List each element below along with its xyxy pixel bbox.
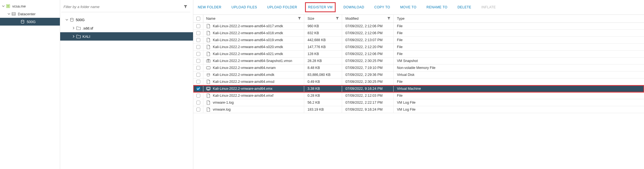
- folder-panel: 500G.sdd.sfKALI: [60, 0, 193, 169]
- file-name: Kali-Linux-2022.2-vmware-amd64-s017.vmdk: [213, 24, 283, 28]
- row-checkbox[interactable]: [196, 31, 200, 35]
- chevron-down-icon[interactable]: [7, 12, 11, 16]
- row-checkbox-cell: [193, 23, 203, 29]
- folder-item-label: 500G: [76, 18, 85, 22]
- toolbar-download-button[interactable]: DOWNLOAD: [343, 5, 364, 9]
- folder-item-label: .sdd.sf: [82, 26, 93, 30]
- nav-item-label: 500G: [27, 20, 36, 24]
- row-type-cell: File: [394, 51, 644, 57]
- row-type-cell: VM Snapshot: [394, 58, 644, 64]
- toolbar-upload-folder-button[interactable]: UPLOAD FOLDER: [267, 5, 297, 9]
- row-size-cell: 147,776 KB: [304, 44, 342, 50]
- chevron-right-icon[interactable]: [71, 26, 76, 30]
- table-row[interactable]: Kali-Linux-2022.2-vmware-amd64-s018.vmdk…: [193, 30, 644, 37]
- disk-icon: [206, 73, 211, 77]
- svg-rect-8: [206, 60, 210, 62]
- funnel-icon[interactable]: [336, 17, 340, 21]
- row-checkbox[interactable]: [196, 24, 200, 28]
- row-checkbox[interactable]: [196, 108, 200, 111]
- row-name-cell: Kali-Linux-2022.2-vmware-amd64.vmdk: [203, 71, 304, 78]
- folder-filter-input[interactable]: [64, 5, 184, 9]
- funnel-icon[interactable]: [387, 17, 391, 21]
- row-name-cell: Kali-Linux-2022.2-vmware-amd64-s018.vmdk: [203, 30, 304, 36]
- folder-item-kali[interactable]: KALI: [60, 32, 193, 41]
- row-checkbox[interactable]: [196, 87, 200, 91]
- row-checkbox[interactable]: [196, 66, 200, 70]
- table-row[interactable]: Kali-Linux-2022.2-vmware-amd64.nvram8.48…: [193, 64, 644, 71]
- funnel-icon[interactable]: [184, 5, 188, 9]
- table-row[interactable]: Kali-Linux-2022.2-vmware-amd64.vmx3.38 K…: [193, 85, 644, 92]
- nav-item-500g[interactable]: 500G: [0, 18, 60, 26]
- row-modified-cell: 07/09/2022, 2:22:17 PM: [342, 99, 394, 106]
- toolbar-rename-to-button[interactable]: RENAME TO: [426, 5, 447, 9]
- funnel-icon[interactable]: [298, 17, 302, 21]
- toolbar-move-to-button[interactable]: MOVE TO: [400, 5, 416, 9]
- row-checkbox[interactable]: [196, 101, 200, 105]
- row-checkbox-cell: [193, 64, 203, 71]
- row-checkbox[interactable]: [196, 38, 200, 42]
- row-checkbox-cell: [193, 106, 203, 113]
- toolbar-copy-to-button[interactable]: COPY TO: [374, 5, 390, 9]
- toolbar-upload-files-button[interactable]: UPLOAD FILES: [231, 5, 257, 9]
- toolbar-register-vm-button[interactable]: REGISTER VM: [305, 2, 336, 12]
- row-checkbox[interactable]: [196, 73, 200, 77]
- file-icon: [206, 24, 211, 28]
- table-row[interactable]: Kali-Linux-2022.2-vmware-amd64-s021.vmdk…: [193, 51, 644, 58]
- folder-item--sdd-sf[interactable]: .sdd.sf: [60, 24, 193, 32]
- datastore-icon: [20, 19, 25, 24]
- file-name: Kali-Linux-2022.2-vmware-amd64.vmx: [213, 87, 272, 91]
- row-modified-cell: 07/09/2022, 7:19:10 PM: [342, 64, 394, 71]
- table-row[interactable]: Kali-Linux-2022.2-vmware-amd64-s020.vmdk…: [193, 44, 644, 51]
- row-name-cell: Kali-Linux-2022.2-vmware-amd64.vmxf: [203, 92, 304, 99]
- folder-icon: [76, 34, 81, 39]
- row-checkbox-cell: [193, 71, 203, 78]
- row-modified-cell: 07/09/2022, 2:30:25 PM: [342, 58, 394, 64]
- inventory-tree[interactable]: vcsa.meDatacenter500G: [0, 0, 60, 169]
- table-row[interactable]: Kali-Linux-2022.2-vmware-amd64.vmsd0.49 …: [193, 78, 644, 85]
- toolbar-delete-button[interactable]: DELETE: [457, 5, 471, 9]
- table-row[interactable]: Kali-Linux-2022.2-vmware-amd64-s019.vmdk…: [193, 37, 644, 44]
- svg-rect-21: [208, 90, 209, 90]
- select-all-cell: [193, 15, 203, 23]
- row-checkbox[interactable]: [196, 45, 200, 49]
- table-row[interactable]: vmware-1.log56.2 KB07/09/2022, 2:22:17 P…: [193, 99, 644, 106]
- row-type-cell: VM Log File: [394, 99, 644, 106]
- svg-point-9: [208, 60, 209, 62]
- folder-item-500g[interactable]: 500G: [60, 16, 193, 24]
- chevron-down-icon[interactable]: [65, 18, 69, 22]
- row-checkbox[interactable]: [196, 52, 200, 56]
- chevron-right-icon[interactable]: [71, 34, 76, 39]
- row-checkbox[interactable]: [196, 59, 200, 63]
- row-checkbox[interactable]: [196, 94, 200, 98]
- row-size-cell: 3.38 KB: [304, 85, 342, 92]
- nav-item-datacenter[interactable]: Datacenter: [0, 10, 60, 18]
- column-header-name[interactable]: Name: [203, 15, 304, 23]
- file-name: Kali-Linux-2022.2-vmware-amd64-s018.vmdk: [213, 31, 283, 35]
- table-row[interactable]: Kali-Linux-2022.2-vmware-amd64.vmxf0.28 …: [193, 92, 644, 99]
- row-type-cell: Virtual Disk: [394, 71, 644, 78]
- table-row[interactable]: vmware.log183.19 KB07/09/2022, 9:16:24 P…: [193, 106, 644, 113]
- folder-tree[interactable]: 500G.sdd.sfKALI: [60, 14, 193, 41]
- row-size-cell: 56.2 KB: [304, 99, 342, 106]
- table-row[interactable]: Kali-Linux-2022.2-vmware-amd64-Snapshot1…: [193, 58, 644, 64]
- table-row[interactable]: Kali-Linux-2022.2-vmware-amd64.vmdk83,88…: [193, 71, 644, 78]
- column-header-modified[interactable]: Modified: [342, 15, 394, 23]
- file-icon: [206, 38, 211, 42]
- file-icon: [206, 107, 211, 112]
- chevron-down-icon[interactable]: [1, 4, 6, 8]
- table-row[interactable]: Kali-Linux-2022.2-vmware-amd64-s017.vmdk…: [193, 23, 644, 30]
- nav-item-label: vcsa.me: [12, 4, 26, 8]
- row-checkbox[interactable]: [196, 80, 200, 84]
- toolbar-new-folder-button[interactable]: NEW FOLDER: [198, 5, 221, 9]
- row-name-cell: Kali-Linux-2022.2-vmware-amd64.vmsd: [203, 78, 304, 85]
- select-all-checkbox[interactable]: [196, 17, 200, 21]
- row-modified-cell: 07/09/2022, 2:12:03 PM: [342, 92, 394, 99]
- chevron-none-icon[interactable]: [16, 19, 20, 24]
- column-header-size[interactable]: Size: [304, 15, 342, 23]
- column-header-type[interactable]: Type: [394, 15, 644, 23]
- svg-point-18: [207, 73, 210, 74]
- row-size-cell: 832 KB: [304, 30, 342, 36]
- file-name: Kali-Linux-2022.2-vmware-amd64.vmdk: [213, 73, 274, 77]
- datacenter-icon: [11, 11, 16, 16]
- nav-item-vcsa-me[interactable]: vcsa.me: [0, 2, 60, 10]
